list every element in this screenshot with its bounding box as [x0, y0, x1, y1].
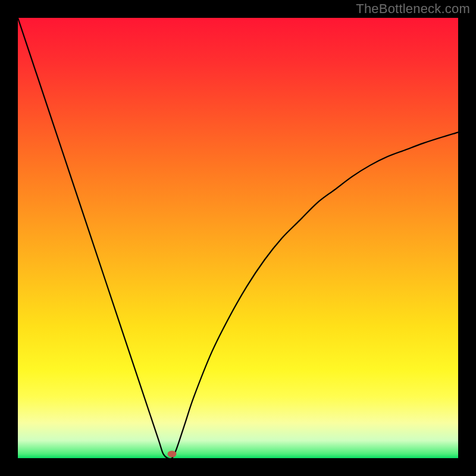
plot-area [18, 18, 458, 458]
curve-svg [18, 18, 458, 458]
chart-container: TheBottleneck.com [0, 0, 476, 476]
bottleneck-curve [18, 18, 458, 459]
minimum-marker [168, 450, 177, 457]
watermark-text: TheBottleneck.com [356, 1, 470, 17]
